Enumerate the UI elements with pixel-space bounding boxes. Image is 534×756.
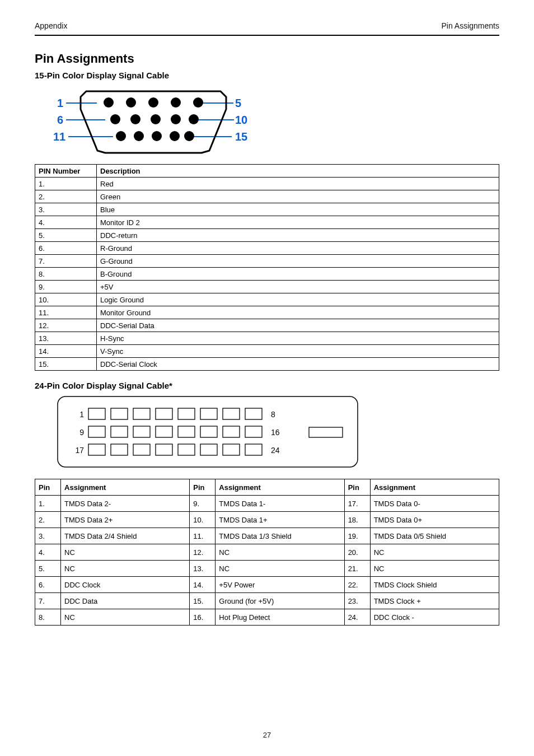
table-header-row: Pin Assignment Pin Assignment Pin Assign… (35, 479, 499, 496)
vga-pin-cell: 10. (35, 293, 97, 306)
dvi-asg-cell: TMDS Data 0+ (370, 512, 499, 528)
dvi-asg-cell: Ground (for +5V) (216, 593, 344, 609)
svg-point-15 (184, 131, 194, 141)
dvi-th-pin1: Pin (35, 479, 61, 496)
svg-rect-40 (245, 444, 262, 455)
svg-point-9 (171, 114, 181, 124)
dvi-pin-cell: 9. (190, 496, 216, 512)
table-row: 14.V-Sync (35, 345, 499, 358)
dvi-asg-cell: TMDS Data 1/3 Shield (216, 528, 344, 544)
dvi-th-asg2: Assignment (216, 479, 344, 496)
dvi-pin-cell: 12. (190, 544, 216, 561)
svg-point-11 (116, 131, 126, 141)
svg-rect-17 (88, 408, 105, 419)
table-row: 1.TMDS Data 2-9.TMDS Data 1-17.TMDS Data… (35, 496, 499, 512)
table-row: 11.Monitor Ground (35, 306, 499, 319)
vga-desc-cell: DDC-return (97, 229, 499, 242)
svg-point-1 (104, 97, 114, 108)
table-row: 6.DDC Clock14.+5V Power22.TMDS Clock Shi… (35, 577, 499, 593)
dvi-pin-table: Pin Assignment Pin Assignment Pin Assign… (35, 479, 499, 626)
dvi-asg-cell: TMDS Clock + (370, 593, 499, 609)
dvi-pin-cell: 21. (344, 561, 370, 577)
svg-rect-35 (133, 444, 150, 455)
vga-desc-cell: Monitor ID 2 (97, 216, 499, 229)
svg-rect-24 (245, 408, 262, 419)
table-row: 9.+5V (35, 281, 499, 293)
svg-rect-39 (223, 444, 240, 455)
vga-pin-cell: 8. (35, 268, 97, 281)
svg-rect-20 (156, 408, 172, 419)
svg-rect-33 (88, 444, 105, 455)
svg-rect-27 (133, 426, 150, 437)
table-row: 2.Green (35, 190, 499, 203)
vga-desc-cell: Green (97, 190, 499, 203)
svg-point-6 (110, 114, 120, 124)
vga-label-1: 1 (57, 97, 63, 110)
dvi-row1-end: 8 (271, 410, 275, 419)
vga-desc-cell: Logic Ground (97, 293, 499, 306)
dvi-asg-cell: TMDS Clock Shield (370, 577, 499, 593)
dvi-pin-cell: 24. (344, 609, 370, 626)
svg-rect-18 (111, 408, 128, 419)
vga-desc-cell: Monitor Ground (97, 306, 499, 319)
vga-pin-cell: 2. (35, 190, 97, 203)
table-row: 5.NC13.NC21.NC (35, 561, 499, 577)
vga-desc-cell: DDC-Serial Clock (97, 358, 499, 371)
dvi-th-pin3: Pin (344, 479, 370, 496)
dvi-th-asg3: Assignment (370, 479, 499, 496)
table-row: 15.DDC-Serial Clock (35, 358, 499, 371)
dvi-row3-end: 24 (271, 446, 280, 455)
svg-rect-28 (156, 426, 172, 437)
svg-rect-19 (133, 408, 150, 419)
svg-rect-25 (88, 426, 105, 437)
table-row: 6.R-Ground (35, 242, 499, 255)
table-row: 5.DDC-return (35, 229, 499, 242)
table-row: 4.Monitor ID 2 (35, 216, 499, 229)
vga-pin-cell: 14. (35, 345, 97, 358)
dvi-asg-cell: NC (61, 544, 190, 561)
header-right: Pin Assignments (442, 21, 500, 30)
svg-point-5 (193, 97, 203, 108)
svg-rect-38 (200, 444, 217, 455)
vga-desc-cell: B-Ground (97, 268, 499, 281)
svg-point-14 (170, 131, 180, 141)
svg-rect-29 (178, 426, 195, 437)
vga-desc-cell: V-Sync (97, 345, 499, 358)
page-header: Appendix Pin Assignments (35, 21, 499, 36)
vga-pin-cell: 7. (35, 255, 97, 268)
svg-rect-22 (200, 408, 217, 419)
svg-rect-23 (223, 408, 240, 419)
dvi-pin-cell: 10. (190, 512, 216, 528)
dvi-asg-cell: NC (61, 609, 190, 626)
dvi-pin-cell: 5. (35, 561, 61, 577)
vga-label-6: 6 (57, 114, 63, 127)
svg-rect-31 (223, 426, 240, 437)
svg-rect-37 (178, 444, 195, 455)
dvi-asg-cell: DDC Clock - (370, 609, 499, 626)
dvi-pin-cell: 17. (344, 496, 370, 512)
svg-rect-32 (245, 426, 262, 437)
vga-desc-cell: DDC-Serial Data (97, 319, 499, 332)
vga-connector-diagram: 1 6 11 5 10 15 (57, 86, 270, 158)
vga-desc-cell: Blue (97, 203, 499, 216)
dvi-pin-cell: 11. (190, 528, 216, 544)
dvi-pin-cell: 8. (35, 609, 61, 626)
vga-desc-cell: Red (97, 178, 499, 190)
table-row: 7.G-Ground (35, 255, 499, 268)
svg-rect-21 (178, 408, 195, 419)
vga-desc-cell: +5V (97, 281, 499, 293)
dvi-asg-cell: TMDS Data 2+ (61, 512, 190, 528)
vga-label-15: 15 (235, 130, 247, 143)
vga-label-10: 10 (235, 114, 247, 127)
table-row: 3.Blue (35, 203, 499, 216)
dvi-asg-cell: TMDS Data 1- (216, 496, 344, 512)
dvi-connector-diagram: 1 9 17 8 16 24 (57, 396, 499, 471)
dvi-asg-cell: NC (370, 544, 499, 561)
vga-pin-cell: 6. (35, 242, 97, 255)
dvi-pin-cell: 1. (35, 496, 61, 512)
dvi-asg-cell: DDC Clock (61, 577, 190, 593)
dvi-th-pin2: Pin (190, 479, 216, 496)
svg-point-12 (134, 131, 144, 141)
vga-subtitle: 15-Pin Color Display Signal Cable (35, 71, 499, 80)
dvi-pin-cell: 18. (344, 512, 370, 528)
